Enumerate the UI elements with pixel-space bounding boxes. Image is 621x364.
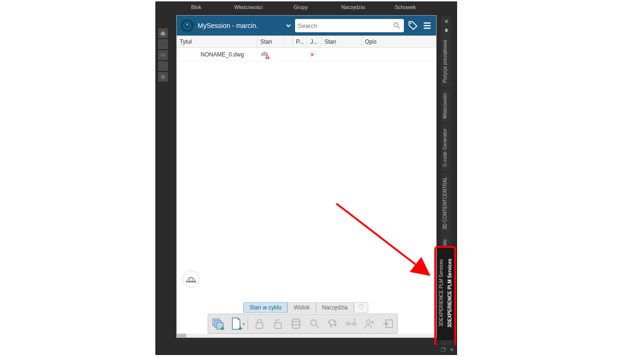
col-j[interactable]: J... [307, 36, 322, 47]
col-opis[interactable]: Opis [362, 36, 436, 47]
col-stan[interactable]: Stan [258, 36, 284, 47]
pin-icon[interactable] [443, 27, 449, 33]
add-user-button [363, 317, 376, 331]
svg-point-0 [162, 76, 164, 78]
ribbon-tab-grupy[interactable]: Grupy [275, 3, 327, 11]
home-icon[interactable] [158, 28, 168, 38]
nav-btn-4[interactable] [158, 61, 168, 71]
sidetab-wlasciwosci[interactable]: Właściwości [441, 88, 451, 124]
sidetab-plm-outer[interactable]: 3DEXPERIENCE PLM Services [446, 245, 455, 340]
window-restore-icon[interactable]: ❐ [441, 347, 446, 353]
svg-rect-4 [267, 56, 268, 57]
x-icon: × [310, 51, 314, 58]
nav-btn-2[interactable] [158, 39, 168, 49]
search-button [307, 317, 321, 331]
cell-p [293, 48, 307, 61]
chevron-down-icon [286, 23, 291, 28]
app-window: Blok Właściwości Grupy Narzędzia Schowek… [155, 1, 457, 355]
svg-rect-11 [275, 323, 281, 328]
session-label: MySession - marcin. [198, 22, 258, 29]
database-button [289, 317, 303, 331]
svg-point-13 [311, 320, 316, 326]
redacted-name [260, 23, 284, 28]
table-row[interactable]: NONAME_0.dwg × [177, 48, 436, 61]
tab-favorite[interactable] [354, 302, 368, 313]
sidetab-gcode[interactable]: G-code Generator [441, 124, 451, 172]
svg-rect-5 [267, 58, 268, 58]
panel-header: MySession - marcin. [177, 16, 436, 36]
cell-blank [284, 48, 293, 61]
statusbar: ❐ ✕ [156, 345, 457, 355]
bottom-tabs: Stan w cyklu Widok Narzędzia [243, 302, 368, 313]
col-blank[interactable] [284, 36, 293, 47]
search-field[interactable] [298, 22, 393, 29]
gear-icon[interactable] [158, 72, 168, 82]
svg-point-2 [394, 23, 398, 27]
add-link-button [344, 317, 358, 331]
svg-point-3 [410, 23, 411, 24]
cell-stan [258, 48, 284, 61]
import-button [381, 317, 394, 331]
cell-j: × [307, 48, 322, 61]
tab-widok[interactable]: Widok [287, 302, 315, 313]
heart-icon [358, 304, 364, 310]
svg-point-12 [292, 319, 300, 322]
svg-point-15 [353, 322, 356, 325]
hardhat-icon [186, 275, 196, 283]
ribbon-tab-wlasciwosci[interactable]: Właściwości [222, 3, 275, 11]
scrollbar-horizontal[interactable] [177, 334, 436, 337]
ribbon-tab-schowek[interactable]: Schowek [379, 3, 431, 11]
toolbar-separator [248, 317, 248, 330]
new-doc-button[interactable]: ▼ [229, 317, 243, 331]
sidetab-3dcontentcentral[interactable]: 3D CONTENTCENTRAL [441, 172, 451, 235]
cloud-warn-icon [260, 51, 269, 58]
batch-save-button[interactable] [211, 317, 225, 331]
session-dropdown[interactable]: MySession - marcin. [198, 22, 291, 29]
sidetab-plm-inner[interactable]: 3DEXPERIENCE PLM Services [438, 245, 446, 340]
plm-panel: MySession - marcin. Tytuł Stan P... J...… [176, 15, 437, 338]
col-stan2[interactable]: Stan [322, 36, 362, 47]
tab-stan-w-cyklu[interactable]: Stan w cyklu [243, 302, 287, 313]
svg-rect-10 [256, 323, 263, 328]
ribbon-tab-blok[interactable]: Blok [170, 3, 222, 11]
cell-stan2 [322, 48, 362, 61]
search-input[interactable] [295, 19, 404, 32]
compass-icon[interactable] [181, 19, 194, 32]
plm-services-tabs: 3DEXPERIENCE PLM Services 3DEXPERIENCE P… [438, 245, 455, 340]
bottom-toolbar: ▼ [208, 314, 398, 334]
menu-icon[interactable] [422, 20, 432, 31]
cell-opis [362, 48, 436, 61]
ribbon-tab-narzedzia[interactable]: Narzędzia [327, 3, 379, 11]
col-tytul[interactable]: Tytuł [177, 36, 258, 47]
window-close-icon[interactable]: ✕ [449, 347, 454, 353]
lock-button [253, 317, 267, 331]
close-icon[interactable]: ✕ [443, 18, 449, 25]
dropdown-chevron-icon[interactable]: ▼ [242, 322, 246, 327]
tab-narzedzia[interactable]: Narzędzia [316, 302, 354, 313]
sidetab-pozycja[interactable]: Pozycja początkowa [441, 35, 451, 88]
left-toolbar: 90 [158, 28, 169, 82]
col-p[interactable]: P... [293, 36, 307, 47]
search-icon[interactable] [393, 21, 401, 30]
svg-point-16 [366, 320, 370, 324]
rotate-90-button[interactable]: 90 [158, 50, 168, 60]
ribbon-tabs: Blok Właściwości Grupy Narzędzia Schowek [156, 2, 457, 12]
refresh-link-button [326, 317, 340, 331]
table-header: Tytuł Stan P... J... Stan Opis [177, 36, 436, 48]
tag-icon[interactable] [408, 20, 418, 31]
svg-point-14 [346, 322, 349, 325]
unlock-button [271, 317, 285, 331]
hardhat-button[interactable] [182, 271, 200, 288]
cell-tytul: NONAME_0.dwg [177, 48, 258, 61]
